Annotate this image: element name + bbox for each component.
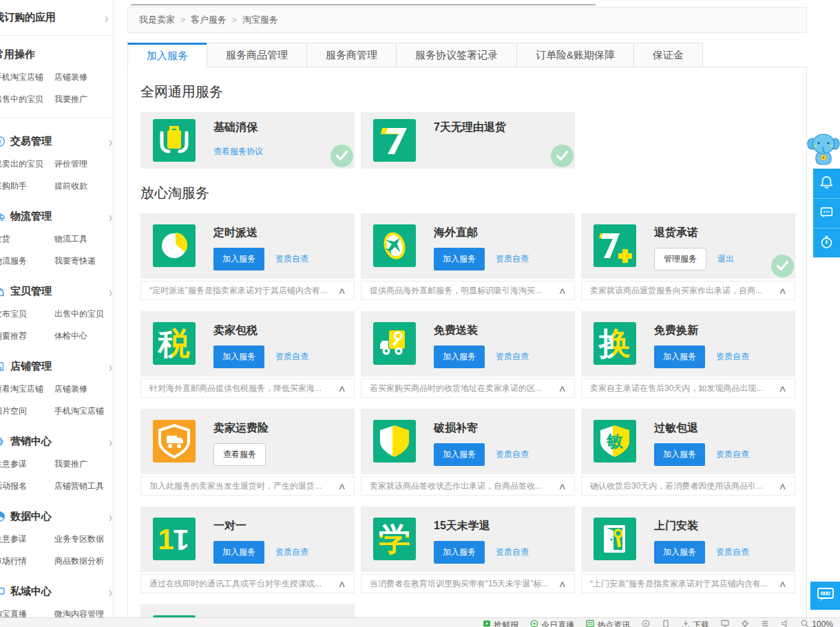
collapse-icon[interactable]: ∧ xyxy=(558,481,567,491)
sidebar-item-my-apps[interactable]: 我订购的应用 › xyxy=(0,0,112,34)
sidebar-link[interactable]: 市场行情 xyxy=(0,555,54,567)
toolbar-item[interactable]: 热点资讯 xyxy=(586,619,630,627)
toolbar-item[interactable]: 抢鲜报 xyxy=(483,619,518,627)
collapse-icon[interactable]: ∧ xyxy=(338,579,346,589)
sidebar-link[interactable]: 图片空间 xyxy=(0,405,54,417)
collapse-icon[interactable]: ∧ xyxy=(779,383,787,394)
sidebar-group-header-trade[interactable]: ¥ 交易管理 › xyxy=(0,135,112,148)
tab-join-service[interactable]: 加入服务 xyxy=(127,43,207,67)
collapse-icon[interactable]: ∧ xyxy=(338,481,346,491)
collapse-icon[interactable]: ∧ xyxy=(558,579,567,589)
collapse-icon[interactable]: ∧ xyxy=(779,286,787,296)
sidebar-link[interactable]: 采购助手 xyxy=(0,180,54,192)
toolbar-item[interactable] xyxy=(721,619,729,627)
sidebar-link[interactable]: 手机淘宝店铺 xyxy=(54,405,104,417)
join-service-button[interactable]: 加入服务 xyxy=(654,346,705,368)
sidebar-link[interactable]: 生意参谋 xyxy=(0,533,54,545)
manage-service-button[interactable]: 管理服务 xyxy=(654,248,706,270)
sidebar-link[interactable]: 出售中的宝贝 xyxy=(0,94,54,105)
tab-service-provider-management[interactable]: 服务商管理 xyxy=(306,43,397,67)
self-check-link[interactable]: 资质自查 xyxy=(496,546,529,558)
sidebar-link[interactable]: 店铺装修 xyxy=(54,383,87,395)
service-actions: 查看服务 xyxy=(213,443,269,466)
sidebar-link[interactable]: 物流工具 xyxy=(54,233,87,245)
chat-button[interactable] xyxy=(810,582,840,610)
sidebar-link[interactable]: 微淘内容管理 xyxy=(54,608,104,617)
toolbar-item[interactable]: 下载 xyxy=(682,619,709,627)
join-service-button[interactable]: 加入服务 xyxy=(213,248,264,270)
tab-order-insurance[interactable]: 订单险&账期保障 xyxy=(516,43,634,67)
toolbar-item[interactable] xyxy=(662,619,670,627)
sidebar-link[interactable]: 商品数据分析 xyxy=(54,555,104,567)
self-check-link[interactable]: 资质自查 xyxy=(716,351,749,363)
self-check-link[interactable]: 资质自查 xyxy=(716,546,749,558)
join-service-button[interactable]: 加入服务 xyxy=(213,346,264,368)
sidebar-link[interactable]: 店铺装修 xyxy=(54,72,87,83)
sidebar-link[interactable]: 体检中心 xyxy=(54,330,87,342)
toolbar-item[interactable] xyxy=(741,619,749,627)
self-check-link[interactable]: 资质自查 xyxy=(275,253,308,265)
sidebar-link[interactable]: 发货 xyxy=(0,233,54,245)
self-check-link[interactable]: 资质自查 xyxy=(275,546,308,558)
toolbar-item[interactable] xyxy=(761,619,769,627)
join-service-button[interactable]: 加入服务 xyxy=(434,443,485,466)
join-service-button[interactable]: 加入服务 xyxy=(213,541,264,564)
sidebar-link[interactable]: 查看淘宝店铺 xyxy=(0,383,54,395)
sidebar-link[interactable]: 我要寄快递 xyxy=(54,255,96,267)
sidebar-link[interactable]: 物流服务 xyxy=(0,255,54,267)
sidebar-group-header-private[interactable]: 私域中心 › xyxy=(0,585,112,598)
sidebar-link[interactable]: 橱窗推荐 xyxy=(0,330,54,342)
sidebar-link[interactable]: 生意参谋 xyxy=(0,458,54,470)
sidebar-link[interactable]: 业务专区数据 xyxy=(54,533,104,545)
view-service-button[interactable]: 查看服务 xyxy=(213,443,266,466)
toolbar-item[interactable] xyxy=(642,619,650,627)
sidebar-link[interactable]: 出售中的宝贝 xyxy=(54,308,104,320)
sidebar-group-header-marketing[interactable]: 营销中心 › xyxy=(0,435,112,448)
join-service-button[interactable]: 加入服务 xyxy=(434,346,485,368)
collapse-icon[interactable]: ∧ xyxy=(338,286,346,296)
quit-link[interactable]: 退出 xyxy=(717,253,734,265)
toolbar-item[interactable]: 今日直播 xyxy=(530,619,574,627)
self-check-link[interactable]: 资质自查 xyxy=(496,253,529,265)
collapse-icon[interactable]: ∧ xyxy=(558,286,567,296)
self-check-link[interactable]: 资质自查 xyxy=(496,351,529,363)
mascot-elephant[interactable] xyxy=(807,131,840,169)
breadcrumb-item[interactable]: 淘宝服务 xyxy=(242,14,278,25)
zoom-control[interactable]: 100% xyxy=(801,619,833,627)
sidebar-link[interactable]: 发布宝贝 xyxy=(0,308,54,320)
rail-bell-icon[interactable] xyxy=(813,169,840,198)
rail-message-icon[interactable] xyxy=(813,198,840,228)
sidebar-link[interactable]: 提前收款 xyxy=(54,180,87,192)
tab-service-item-management[interactable]: 服务商品管理 xyxy=(207,43,307,67)
sidebar-link[interactable]: 我要推广 xyxy=(54,458,87,470)
self-check-link[interactable]: 资质自查 xyxy=(496,449,529,460)
sidebar-group-header-logistics[interactable]: 物流管理 › xyxy=(0,210,112,223)
sidebar-group-header-items[interactable]: 宝贝管理 › xyxy=(0,285,112,298)
breadcrumb-item[interactable]: 我是卖家 xyxy=(139,14,175,25)
rail-stopwatch-icon[interactable] xyxy=(813,228,840,257)
sidebar-link[interactable]: 淘宝直播 xyxy=(0,608,54,617)
collapse-icon[interactable]: ∧ xyxy=(779,579,787,589)
self-check-link[interactable]: 资质自查 xyxy=(275,351,308,363)
sidebar-group-header-shop[interactable]: 店铺管理 › xyxy=(0,360,112,373)
join-service-button[interactable]: 加入服务 xyxy=(654,541,705,564)
sidebar-link[interactable]: 手机淘宝店铺 xyxy=(0,72,54,83)
collapse-icon[interactable]: ∧ xyxy=(338,383,346,394)
sidebar-link[interactable]: 店铺营销工具 xyxy=(54,480,104,492)
collapse-icon[interactable]: ∧ xyxy=(779,481,787,491)
sidebar-link[interactable]: 活动报名 xyxy=(0,480,54,492)
self-check-link[interactable]: 资质自查 xyxy=(716,449,749,460)
sidebar-link[interactable]: 已卖出的宝贝 xyxy=(0,158,54,170)
tab-deposit[interactable]: 保证金 xyxy=(633,43,703,67)
tab-agreement-records[interactable]: 服务协议签署记录 xyxy=(396,43,517,67)
join-service-button[interactable]: 加入服务 xyxy=(434,541,485,564)
view-agreement-link[interactable]: 查看服务协议 xyxy=(213,146,263,158)
join-service-button[interactable]: 加入服务 xyxy=(434,248,485,270)
collapse-icon[interactable]: ∧ xyxy=(558,383,567,394)
breadcrumb-item[interactable]: 客户服务 xyxy=(191,14,227,25)
toolbar-item[interactable] xyxy=(781,619,789,627)
sidebar-link[interactable]: 我要推广 xyxy=(54,94,87,105)
sidebar-link[interactable]: 评价管理 xyxy=(54,158,87,170)
sidebar-group-header-data[interactable]: 数据中心 › xyxy=(0,510,112,523)
join-service-button[interactable]: 加入服务 xyxy=(654,443,705,466)
